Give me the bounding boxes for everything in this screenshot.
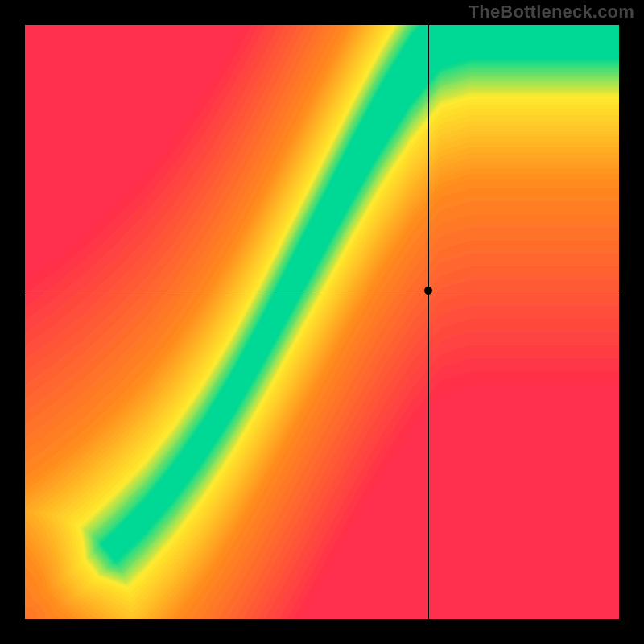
marker-point	[424, 287, 432, 295]
watermark-text: TheBottleneck.com	[469, 2, 634, 23]
chart-container: TheBottleneck.com	[0, 0, 644, 644]
crosshair-horizontal	[25, 291, 619, 291]
crosshair-vertical	[428, 25, 429, 619]
bottleneck-heatmap	[25, 25, 619, 619]
